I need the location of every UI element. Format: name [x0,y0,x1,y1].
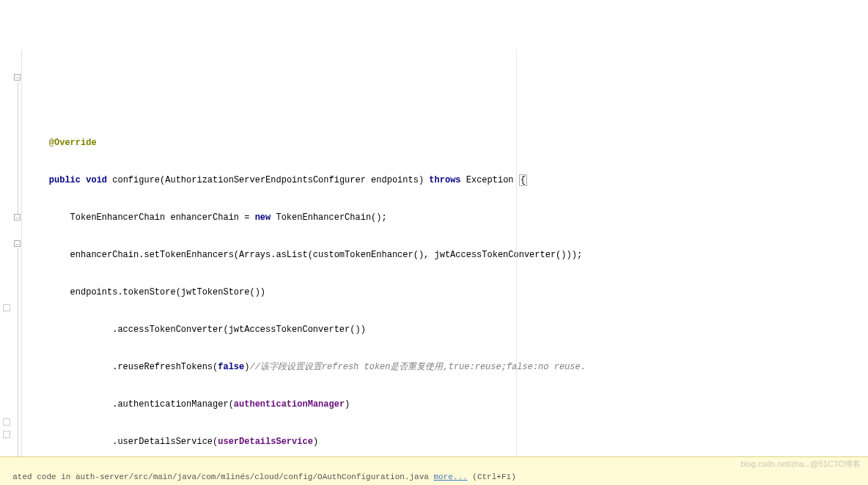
gutter-comment-icon[interactable] [3,304,10,311]
fold-icon[interactable]: — [14,240,21,247]
comment: //该字段设置设置refresh token是否重复使用,true:reuse;… [249,362,585,372]
brace: { [519,174,527,186]
keyword: throws [429,175,460,185]
keyword: new [255,212,271,223]
annotation: @Override [49,138,97,148]
gutter-comment-icon[interactable] [3,418,10,426]
code-content[interactable]: @Override public void configure(Authoriz… [22,50,868,485]
keyword: false [218,362,244,372]
code-editor[interactable]: — — — @Override public void configure(Au… [0,50,868,485]
code: ) [313,437,318,447]
code: TokenEnhancerChain enhancerChain = [70,212,255,223]
code: .reuseRefreshTokens( [112,362,218,372]
code: TokenEnhancerChain(); [271,212,386,223]
fold-icon[interactable]: — [14,74,21,81]
code: enhancerChain.setTokenEnhancers(Arrays.a… [70,250,583,260]
method-name: configure [112,175,160,185]
editor-gutter: — — — [0,50,22,485]
right-margin-guide [516,50,517,485]
code: .accessTokenConverter(jwtAccessTokenConv… [112,325,366,335]
gutter-comment-icon[interactable] [3,431,10,438]
status-text: ated code in auth-server/src/main/java/c… [12,473,433,481]
exception: Exception [461,175,519,185]
code: ) [345,399,350,410]
code: endpoints.tokenStore(jwtTokenStore()) [70,287,265,297]
more-link[interactable]: more... [434,473,468,481]
code: .authenticationManager( [112,399,234,410]
keyword: public [49,175,81,185]
fold-icon[interactable]: — [14,214,21,221]
field: authenticationManager [234,399,345,410]
code: .userDetailsService( [112,437,218,447]
shortcut-hint: (Ctrl+F1) [468,473,516,481]
field: userDetailsService [218,437,313,447]
keyword: void [86,175,107,185]
inspection-status-bar: ated code in auth-server/src/main/java/c… [0,456,868,485]
params: (AuthorizationServerEndpointsConfigurer … [160,175,429,185]
